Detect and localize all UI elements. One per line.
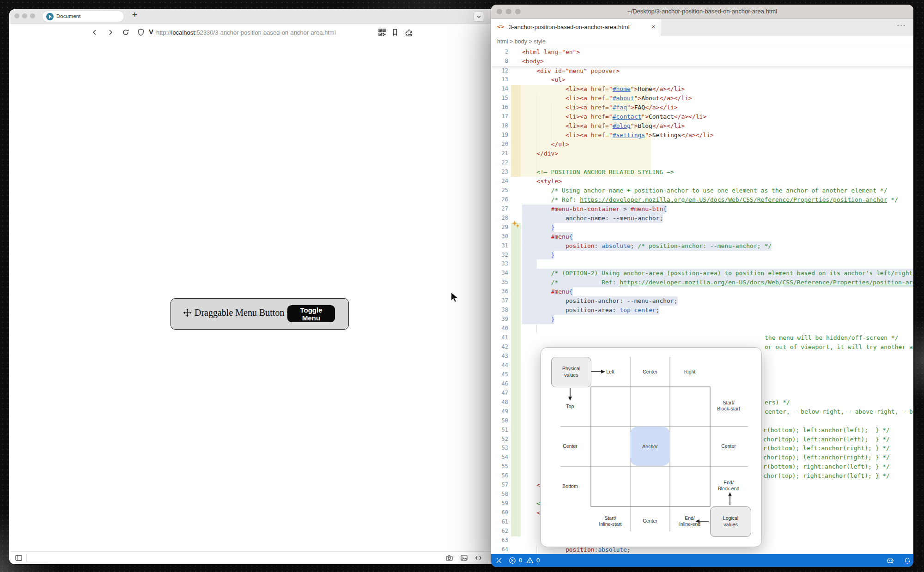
code-editor-area[interactable]: 12 <div id="menu" popover>13 <ul>14 <li>…: [491, 48, 913, 554]
line-number[interactable]: 21: [491, 149, 508, 158]
code-line[interactable]: <style>: [522, 177, 562, 186]
line-number[interactable]: 19: [491, 131, 508, 140]
forward-button[interactable]: [106, 28, 115, 36]
line-number[interactable]: 43: [491, 352, 508, 361]
code-line[interactable]: <li><a href="#blog">Blog</a></li>: [522, 121, 685, 131]
site-badge-icon[interactable]: V: [149, 28, 153, 36]
code-line[interactable]: <li><a href="#about">About</a></li>: [522, 94, 692, 103]
line-number[interactable]: 12: [491, 66, 508, 76]
code-line[interactable]: </ul>: [522, 140, 569, 149]
code-line[interactable]: r(bottom); left:anchor(left); } */: [763, 426, 890, 435]
code-line[interactable]: /* Using anchor-name + position-anchor t…: [522, 186, 888, 195]
warnings-icon[interactable]: [526, 557, 534, 564]
code-line[interactable]: position: absolute; /* position-anchor: …: [522, 241, 772, 251]
window-close-button[interactable]: [14, 13, 19, 18]
errors-icon[interactable]: [509, 557, 516, 564]
line-number[interactable]: 61: [491, 518, 508, 527]
line-number[interactable]: 33: [491, 259, 508, 269]
shield-icon[interactable]: [137, 28, 145, 36]
sticky-context-lines[interactable]: 2<html lang="en">8<body>: [491, 48, 913, 66]
line-number[interactable]: 51: [491, 426, 508, 435]
code-line[interactable]: }: [522, 315, 554, 324]
code-line[interactable]: <body>: [522, 57, 544, 66]
code-line[interactable]: <!— POSITION ANCHOR RELATED STYLING —>: [522, 168, 674, 177]
line-number[interactable]: 8: [491, 57, 508, 66]
code-line[interactable]: <li><a href="#contact">Contact</a></li>: [522, 112, 706, 121]
toggle-menu-button[interactable]: Toggle Menu: [287, 305, 335, 322]
line-number[interactable]: 62: [491, 527, 508, 536]
line-number[interactable]: 13: [491, 75, 508, 84]
line-number[interactable]: 35: [491, 278, 508, 287]
code-line[interactable]: </div>: [522, 149, 558, 158]
line-number[interactable]: 58: [491, 490, 508, 499]
line-number[interactable]: 42: [491, 343, 508, 352]
line-number[interactable]: 55: [491, 462, 508, 471]
line-number[interactable]: 34: [491, 269, 508, 278]
breadcrumb[interactable]: html > body > style: [491, 36, 913, 48]
line-number[interactable]: 27: [491, 205, 508, 214]
code-scroll-region[interactable]: 12 <div id="menu" popover>13 <ul>14 <li>…: [491, 66, 913, 554]
code-line[interactable]: <html lang="en">: [522, 48, 580, 57]
line-number[interactable]: 63: [491, 536, 508, 545]
bookmark-icon[interactable]: [391, 28, 399, 36]
code-line[interactable]: <ul>: [522, 75, 565, 84]
code-line[interactable]: r(bottom); left:anchor(right); } */: [763, 444, 890, 453]
code-line[interactable]: chor(top); left:anchor(left); } */: [763, 435, 890, 444]
capture-camera-icon[interactable]: [445, 554, 453, 562]
tab-close-icon[interactable]: ×: [651, 23, 656, 30]
line-number[interactable]: 53: [491, 444, 508, 453]
line-number[interactable]: 48: [491, 398, 508, 407]
line-number[interactable]: 59: [491, 499, 508, 508]
code-line[interactable]: position-area: top center;: [522, 306, 659, 315]
line-number[interactable]: 17: [491, 112, 508, 121]
line-number[interactable]: 47: [491, 389, 508, 398]
side-panel-toggle-icon[interactable]: [15, 554, 23, 562]
line-number[interactable]: 16: [491, 103, 508, 112]
code-line[interactable]: position-anchor: --menu-anchor;: [522, 296, 678, 306]
line-number[interactable]: 18: [491, 121, 508, 131]
line-number[interactable]: 38: [491, 306, 508, 315]
line-number[interactable]: 50: [491, 416, 508, 426]
line-number[interactable]: 49: [491, 407, 508, 416]
line-number[interactable]: 2: [491, 48, 508, 57]
warning-count[interactable]: 0: [536, 557, 540, 564]
new-tab-button[interactable]: +: [132, 10, 137, 20]
line-number[interactable]: 24: [491, 177, 508, 186]
line-number[interactable]: 60: [491, 508, 508, 518]
line-number[interactable]: 22: [491, 158, 508, 168]
reload-button[interactable]: [122, 28, 130, 36]
line-number[interactable]: 26: [491, 195, 508, 205]
code-line[interactable]: chor(top); right:anchor(left); } */: [763, 471, 890, 481]
code-line[interactable]: /* Ref: https://developer.mozilla.org/en…: [522, 278, 913, 287]
code-line[interactable]: #menu{: [522, 232, 573, 241]
line-number[interactable]: 57: [491, 481, 508, 490]
tab-list-chevron-button[interactable]: [474, 12, 484, 22]
line-number[interactable]: 46: [491, 379, 508, 389]
editor-tab[interactable]: <> 3-anchor-position-based-on-anchor-are…: [491, 19, 661, 36]
code-line[interactable]: anchor-name: --menu-anchor;: [522, 214, 663, 223]
line-number[interactable]: 54: [491, 453, 508, 462]
code-line[interactable]: <div id="menu" popover>: [522, 66, 620, 76]
edit-prediction-sparkle-icon[interactable]: [511, 220, 521, 230]
window-zoom-button[interactable]: [30, 13, 35, 18]
page-source-code-icon[interactable]: [474, 554, 482, 562]
browser-tab[interactable]: Document: [43, 11, 124, 22]
line-number[interactable]: 37: [491, 296, 508, 306]
line-number[interactable]: 44: [491, 361, 508, 370]
line-number[interactable]: 32: [491, 251, 508, 260]
line-number[interactable]: 39: [491, 315, 508, 324]
line-number[interactable]: 23: [491, 168, 508, 177]
draggable-menu-button-container[interactable]: Draggable Menu Button Container: Toggle …: [170, 298, 349, 330]
ai-assistant-robot-icon[interactable]: [886, 557, 894, 564]
line-number[interactable]: 64: [491, 545, 508, 554]
line-number[interactable]: 45: [491, 370, 508, 379]
code-line[interactable]: <li><a href="#faq">FAQ</a></li>: [522, 103, 678, 112]
notifications-bell-icon[interactable]: [904, 557, 911, 564]
code-line[interactable]: /* (OPTION-2) Using anchor-area (positio…: [522, 269, 913, 278]
qr-code-icon[interactable]: [378, 28, 386, 36]
code-line[interactable]: }: [522, 223, 554, 232]
collapse-dock-icon[interactable]: [495, 557, 503, 564]
code-line[interactable]: }: [522, 251, 554, 260]
line-number[interactable]: 30: [491, 232, 508, 241]
code-line[interactable]: #menu{: [522, 287, 573, 296]
